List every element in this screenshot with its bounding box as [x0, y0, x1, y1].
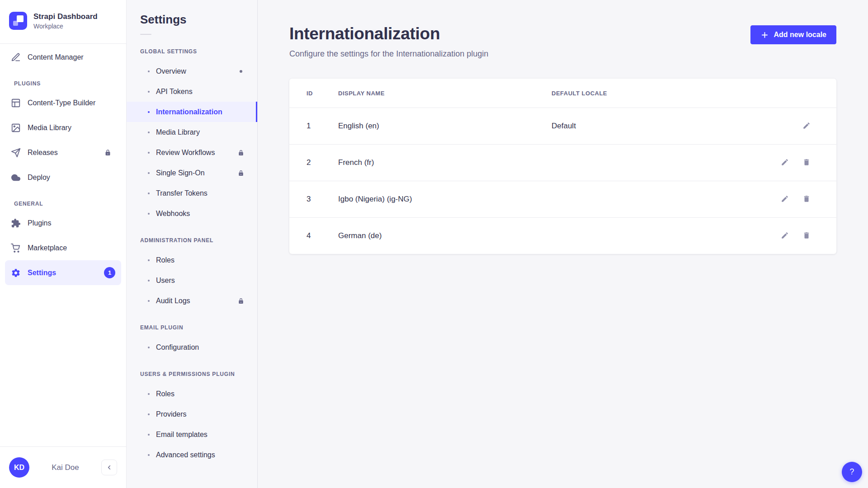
locale-display-name: German (de) — [338, 231, 552, 240]
subnav-item-roles[interactable]: Roles — [127, 384, 257, 404]
add-new-locale-label: Add new locale — [774, 31, 826, 39]
edit-locale-button[interactable] — [780, 195, 789, 204]
sidebar-item-label: Deploy — [28, 174, 50, 182]
page-title: Internationalization — [289, 24, 488, 43]
bullet-icon — [148, 213, 150, 215]
subnav-item-transfer-tokens[interactable]: Transfer Tokens — [127, 183, 257, 203]
sidebar-item-content-manager[interactable]: Content Manager — [5, 45, 121, 70]
subnav-item-label: Transfer Tokens — [156, 189, 208, 197]
user-name: Kai Doe — [29, 463, 101, 472]
subnav-item-users[interactable]: Users — [127, 270, 257, 291]
lock-icon — [237, 297, 245, 305]
content-type-builder-icon — [11, 98, 21, 108]
edit-locale-button[interactable] — [780, 231, 789, 240]
chevron-left-icon — [106, 464, 113, 471]
sidebar-item-label: Releases — [28, 149, 58, 157]
subnav-item-label: API Tokens — [156, 88, 193, 96]
locale-id: 3 — [307, 195, 338, 204]
lock-icon — [237, 169, 245, 177]
sidebar-item-label: Plugins — [28, 219, 51, 227]
row-actions — [752, 122, 811, 131]
bullet-icon — [148, 347, 150, 348]
sidebar-item-plugins[interactable]: Plugins — [5, 211, 121, 235]
subnav-item-single-sign-on[interactable]: Single Sign-On — [127, 163, 257, 183]
trash-icon — [802, 197, 811, 204]
subnav-item-label: Configuration — [156, 343, 199, 352]
subnav-item-overview[interactable]: Overview — [127, 61, 257, 81]
bullet-icon — [148, 91, 150, 93]
bullet-icon — [148, 131, 150, 133]
settings-icon — [11, 268, 21, 278]
sidebar-item-releases[interactable]: Releases — [5, 140, 121, 165]
delete-locale-button[interactable] — [802, 158, 811, 167]
row-actions — [752, 195, 811, 204]
help-button[interactable]: ? — [842, 462, 862, 482]
bullet-icon — [148, 111, 150, 113]
pencil-icon — [781, 234, 789, 241]
bullet-icon — [148, 454, 150, 456]
edit-locale-button[interactable] — [780, 158, 789, 167]
row-actions — [752, 158, 811, 167]
subnav-item-label: Single Sign-On — [156, 169, 205, 177]
trash-icon — [802, 234, 811, 241]
notification-badge: 1 — [104, 267, 115, 278]
notification-dot-icon — [240, 70, 242, 73]
subnav-item-label: Audit Logs — [156, 297, 190, 305]
subnav-item-label: Users — [156, 277, 175, 285]
workspace-switcher[interactable]: Strapi Dashboard Workplace — [0, 0, 126, 43]
subnav-item-webhooks[interactable]: Webhooks — [127, 203, 257, 224]
subnav-item-email-templates[interactable]: Email templates — [127, 424, 257, 445]
sidebar-item-label: Content Manager — [28, 53, 84, 61]
subnav-item-internationalization[interactable]: Internationalization — [127, 102, 257, 122]
pencil-icon — [802, 124, 811, 131]
subnav-title: Settings — [127, 13, 257, 27]
column-header-display-name: DISPLAY NAME — [338, 90, 552, 97]
bullet-icon — [148, 259, 150, 261]
subnav-item-configuration[interactable]: Configuration — [127, 337, 257, 357]
subnav-item-label: Roles — [156, 390, 175, 398]
bullet-icon — [148, 280, 150, 282]
plugins-icon — [11, 218, 21, 228]
sidebar-item-label: Settings — [28, 269, 56, 277]
subnav-item-label: Roles — [156, 256, 175, 264]
locale-row-german-de: 4German (de) — [289, 217, 836, 254]
subnav-item-review-workflows[interactable]: Review Workflows — [127, 142, 257, 163]
media-library-icon — [11, 123, 21, 133]
bullet-icon — [148, 70, 150, 72]
trash-icon — [802, 161, 811, 168]
sidebar-item-marketplace[interactable]: Marketplace — [5, 235, 121, 260]
subnav-item-label: Webhooks — [156, 210, 190, 218]
locale-id: 4 — [307, 231, 338, 240]
subnav-section-label-administration-panel: ADMINISTRATION PANEL — [140, 237, 244, 244]
app-root: Strapi Dashboard Workplace Content Manag… — [0, 0, 868, 488]
edit-locale-button[interactable] — [802, 122, 811, 131]
bullet-icon — [148, 434, 150, 436]
sidebar-item-content-type-builder[interactable]: Content-Type Builder — [5, 90, 121, 115]
subnav-item-media-library[interactable]: Media Library — [127, 122, 257, 142]
locales-table-card: IDDISPLAY NAMEDEFAULT LOCALE 1English (e… — [289, 79, 836, 254]
sidebar-item-media-library[interactable]: Media Library — [5, 115, 121, 140]
locale-display-name: French (fr) — [338, 158, 552, 167]
lock-icon — [104, 149, 112, 156]
divider — [140, 34, 151, 35]
collapse-sidebar-button[interactable] — [101, 460, 117, 475]
add-new-locale-button[interactable]: Add new locale — [750, 25, 836, 44]
subnav-item-advanced-settings[interactable]: Advanced settings — [127, 445, 257, 465]
sidebar-item-settings[interactable]: Settings1 — [5, 260, 121, 285]
sidebar-section-label-general: GENERAL — [14, 201, 121, 207]
sidebar-item-label: Marketplace — [28, 244, 67, 252]
subnav-item-audit-logs[interactable]: Audit Logs — [127, 291, 257, 311]
column-header-default-locale: DEFAULT LOCALE — [552, 90, 752, 97]
subnav-item-providers[interactable]: Providers — [127, 404, 257, 424]
locale-id: 1 — [307, 122, 338, 131]
delete-locale-button[interactable] — [802, 231, 811, 240]
locale-row-igbo-nigeria-ig-ng: 3Igbo (Nigeria) (ig-NG) — [289, 181, 836, 217]
avatar[interactable]: KD — [9, 457, 29, 478]
delete-locale-button[interactable] — [802, 195, 811, 204]
locale-id: 2 — [307, 158, 338, 167]
subnav-item-api-tokens[interactable]: API Tokens — [127, 81, 257, 102]
brand-text: Strapi Dashboard Workplace — [33, 12, 98, 29]
sidebar-item-deploy[interactable]: Deploy — [5, 165, 121, 190]
subnav-item-roles[interactable]: Roles — [127, 250, 257, 270]
question-icon: ? — [849, 467, 854, 476]
